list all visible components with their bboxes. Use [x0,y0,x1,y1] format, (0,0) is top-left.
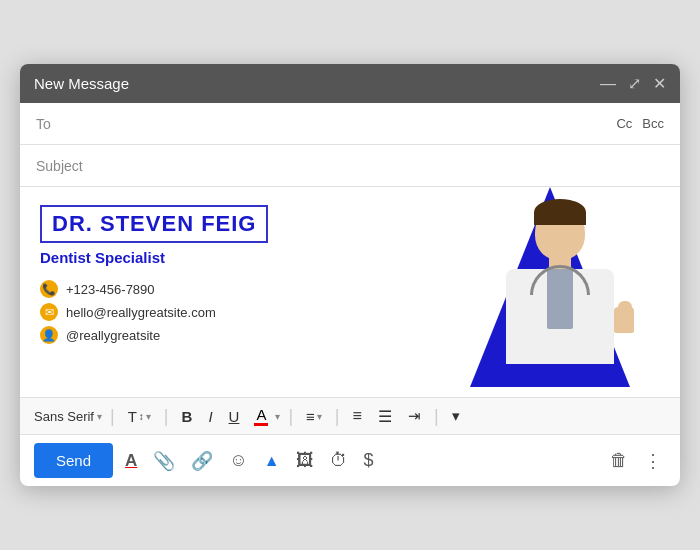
formatting-toolbar: Sans Serif ▾ | T↕ ▾ | B I U A ▾ | ≡ ▾ | … [20,397,680,435]
email-icon: ✉ [40,303,58,321]
photo-button[interactable]: 🖼 [292,446,318,475]
to-field-row: To Cc Bcc [20,103,680,145]
compose-window: New Message — ⤢ ✕ To Cc Bcc Subject [20,64,680,486]
font-color-bar [254,423,268,426]
separator-5: | [434,406,439,427]
window-controls: — ⤢ ✕ [600,74,666,93]
font-size-button[interactable]: T↕ ▾ [123,406,156,427]
align-dropdown-icon: ▾ [317,411,322,422]
attach-button[interactable]: 📎 [149,446,179,476]
font-size-icon: T [128,408,137,425]
more-options-button[interactable]: ⋮ [640,446,666,476]
more-formatting-icon: ▾ [452,407,460,425]
action-toolbar: Send A 📎 🔗 ☺ ▲ 🖼 ⏱ $ 🗑 ⋮ [20,435,680,486]
titlebar: New Message — ⤢ ✕ [20,64,680,103]
drive-icon: ▲ [264,452,280,469]
format-text-button[interactable]: A [121,446,141,475]
font-color-icon: A [256,406,266,423]
email-address: hello@reallygreatsite.com [66,305,216,320]
subject-label: Subject [36,158,86,174]
link-button[interactable]: 🔗 [187,446,217,476]
underline-button[interactable]: U [224,406,245,427]
font-size-dropdown-icon: ▾ [146,411,151,422]
close-button[interactable]: ✕ [653,74,666,93]
format-text-icon: A [125,451,137,470]
font-size-sub: ↕ [139,411,144,422]
cc-button[interactable]: Cc [616,116,632,131]
to-label: To [36,116,86,132]
phone-number: +123-456-7890 [66,282,155,297]
emoji-icon: ☺ [229,450,247,470]
photo-icon: 🖼 [296,450,314,470]
dollar-button[interactable]: $ [360,446,378,475]
dollar-icon: $ [364,450,374,470]
subject-field-row: Subject [20,145,680,187]
social-handle: @reallygreatsite [66,328,160,343]
bullet-list-icon: ☰ [378,407,392,426]
window-title: New Message [34,75,129,92]
font-color-dropdown-icon: ▾ [275,411,280,422]
bcc-button[interactable]: Bcc [642,116,664,131]
social-icon: 👤 [40,326,58,344]
doctor-image [470,192,650,387]
trash-icon: 🗑 [610,450,628,470]
separator-1: | [110,406,115,427]
bullet-list-button[interactable]: ☰ [373,405,397,428]
more-options-icon: ⋮ [644,451,662,471]
minimize-button[interactable]: — [600,75,616,93]
cc-bcc-area: Cc Bcc [616,116,664,131]
doctor-name: DR. STEVEN FEIG [40,205,268,243]
bold-button[interactable]: B [177,406,198,427]
drive-button[interactable]: ▲ [260,446,284,475]
separator-4: | [335,406,340,427]
attach-icon: 📎 [153,451,175,471]
italic-button[interactable]: I [203,406,217,427]
align-icon: ≡ [306,408,315,425]
indent-button[interactable]: ⇥ [403,405,426,427]
font-name-label: Sans Serif [34,409,94,424]
numbered-list-button[interactable]: ≡ [348,405,367,427]
font-family-selector[interactable]: Sans Serif ▾ [34,409,102,424]
separator-3: | [288,406,293,427]
confidential-icon: ⏱ [330,450,348,470]
to-input[interactable] [86,116,616,132]
doctor-figure [480,197,640,387]
numbered-list-icon: ≡ [353,407,362,425]
font-color-button[interactable]: A [250,404,272,428]
separator-2: | [164,406,169,427]
maximize-button[interactable]: ⤢ [628,74,641,93]
link-icon: 🔗 [191,451,213,471]
font-dropdown-icon: ▾ [97,411,102,422]
emoji-button[interactable]: ☺ [225,446,251,475]
send-button[interactable]: Send [34,443,113,478]
confidential-button[interactable]: ⏱ [326,446,352,475]
subject-input[interactable] [86,158,664,174]
email-body[interactable]: DR. STEVEN FEIG Dentist Specialist 📞 +12… [20,187,680,397]
align-button[interactable]: ≡ ▾ [301,406,327,427]
phone-icon: 📞 [40,280,58,298]
discard-button[interactable]: 🗑 [606,446,632,475]
more-formatting-button[interactable]: ▾ [447,405,465,427]
doctor-hair [534,199,586,225]
indent-icon: ⇥ [408,407,421,425]
thumb [618,301,632,313]
